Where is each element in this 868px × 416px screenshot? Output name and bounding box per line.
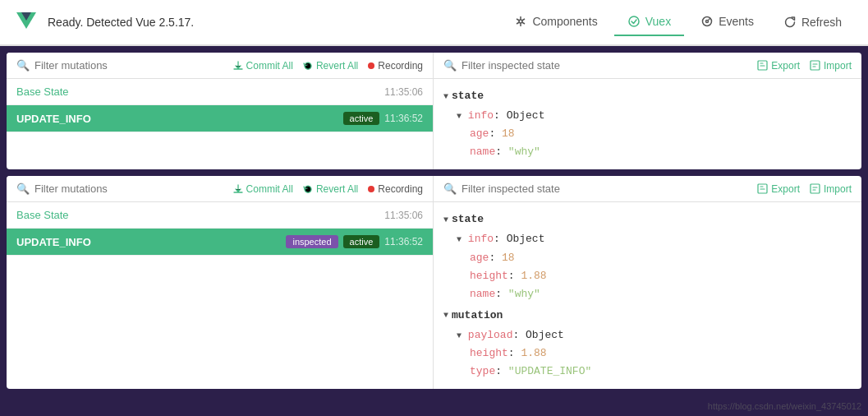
red-dot-2 [368,186,374,192]
revert-all-label-1: Revert All [316,60,358,72]
tab-components-label: Components [532,15,597,28]
base-state-name-1: Base State [16,86,384,98]
mutation-row-base-2[interactable]: Base State 11:35:06 [7,202,433,229]
height-key-2: height [470,270,508,282]
main-content: 🔍 Commit All Revert All [0,46,868,395]
state-info-row-1: ▼ info: Object [443,107,852,125]
mutation-payload-row-2: ▼ payload: Object [443,326,852,344]
mutation-row-update-info-2[interactable]: UPDATE_INFO inspected active 11:36:52 [7,229,433,256]
commit-all-label-1: Commit All [246,60,293,72]
state-section-header-2[interactable]: ▼ state [443,210,852,229]
mutation-type-row-2: type: "UPDATE_INFO" [443,363,852,381]
state-tree-1: ▼ state ▼ info: Object age: 18 name: "wh… [434,79,861,169]
age-key-2: age [470,252,489,264]
name-value-1: "why" [508,146,540,158]
vuex-icon [627,15,641,28]
filter-state-input-1[interactable] [462,59,560,72]
svg-point-9 [629,16,639,26]
recording-btn-2[interactable]: Recording [368,183,423,195]
commit-all-label-2: Commit All [246,183,293,195]
info-key-1: info [468,109,494,122]
download-icon-2 [233,184,243,194]
tab-vuex[interactable]: Vuex [614,8,684,36]
name-key-1: name [470,146,495,158]
name-key-2: name [470,288,495,300]
import-btn-1[interactable]: Import [810,60,852,72]
left-panel-2: 🔍 Commit All Revert All [7,176,434,389]
base-state-timestamp-1: 11:35:06 [384,86,423,98]
export-btn-2[interactable]: Export [757,183,800,195]
export-btn-1[interactable]: Export [757,60,800,72]
commit-all-btn-1[interactable]: Commit All [233,60,293,72]
revert-all-btn-2[interactable]: Revert All [303,183,358,195]
mut-height-value-2: 1.88 [521,347,546,359]
state-height-row-2: height: 1.88 [443,267,852,285]
triangle-mutation-2: ▼ [443,308,448,322]
revert-all-label-2: Revert All [316,183,358,195]
right-toolbar-2: 🔍 Export Import [434,176,861,202]
name-value-2: "why" [508,288,540,300]
state-label-1: state [452,87,484,105]
mut-type-value-2: "UPDATE_INFO" [508,365,591,377]
refresh-label: Refresh [801,16,842,29]
mutation-row-update-info-1[interactable]: UPDATE_INFO active 11:36:52 [7,105,433,132]
events-icon [700,15,714,28]
tab-events-label: Events [719,15,754,28]
mutation-section-header-2[interactable]: ▼ mutation [443,307,852,325]
update-info-timestamp-1: 11:36:52 [384,113,423,124]
tab-components[interactable]: Components [501,8,610,36]
app-status-text: Ready. Detected Vue 2.5.17. [48,16,194,29]
base-state-timestamp-2: 11:35:06 [384,210,423,221]
state-age-row-1: age: 18 [443,125,852,143]
recording-label-2: Recording [378,183,423,195]
import-label-1: Import [824,60,852,72]
export-label-2: Export [771,183,800,195]
tab-vuex-label: Vuex [645,15,671,28]
state-info-row-2: ▼ info: Object [443,230,852,248]
tab-events[interactable]: Events [687,8,767,36]
svg-point-11 [706,21,709,23]
import-btn-2[interactable]: Import [810,183,852,195]
mutation-label-2: mutation [452,307,503,325]
mutations-list-2: Base State 11:35:06 UPDATE_INFO inspecte… [7,202,433,389]
search-icon-1: 🔍 [16,59,30,72]
triangle-state-1: ▼ [443,90,448,104]
recording-label-1: Recording [378,60,423,72]
search-area-2: 🔍 [16,183,223,195]
nav-tabs: Components Vuex Events Refresh [501,8,855,36]
refresh-button[interactable]: Refresh [770,9,855,35]
svg-line-7 [517,22,520,24]
search-icon-right-1: 🔍 [443,59,457,72]
revert-all-btn-1[interactable]: Revert All [303,60,358,72]
recording-btn-1[interactable]: Recording [368,60,423,72]
app-header: Ready. Detected Vue 2.5.17. Components V… [0,0,868,46]
svg-rect-16 [811,184,820,193]
right-panel-1: 🔍 Export Import [434,53,861,169]
svg-line-5 [517,19,520,21]
filter-state-input-2[interactable] [462,183,560,195]
name-colon-1: : [495,146,508,158]
state-name-row-1: name: "why" [443,143,852,161]
mut-type-key-2: type [470,365,495,377]
filter-mutations-input-2[interactable] [34,183,133,195]
right-search-2: 🔍 [443,183,747,195]
info-value-1: : Object [494,109,544,122]
export-icon-1 [757,60,768,71]
update-info-name-2: UPDATE_INFO [16,236,286,248]
search-area-1: 🔍 [16,59,223,72]
vue-logo-icon [13,9,39,35]
filter-mutations-input-1[interactable] [34,59,133,72]
inspected-badge-2: inspected [286,235,338,248]
svg-rect-14 [811,61,820,70]
right-search-1: 🔍 [443,59,747,72]
mutation-row-base-1[interactable]: Base State 11:35:06 [7,79,433,105]
age-colon-1: : [489,127,502,140]
mutation-height-row-2: height: 1.88 [443,344,852,363]
import-label-2: Import [824,183,852,195]
triangle-payload-2: ▼ [457,331,462,340]
commit-all-btn-2[interactable]: Commit All [233,183,293,195]
state-name-row-2: name: "why" [443,285,852,303]
state-age-row-2: age: 18 [443,249,852,267]
left-panel-1: 🔍 Commit All Revert All [7,53,434,169]
state-section-header-1[interactable]: ▼ state [443,87,852,105]
